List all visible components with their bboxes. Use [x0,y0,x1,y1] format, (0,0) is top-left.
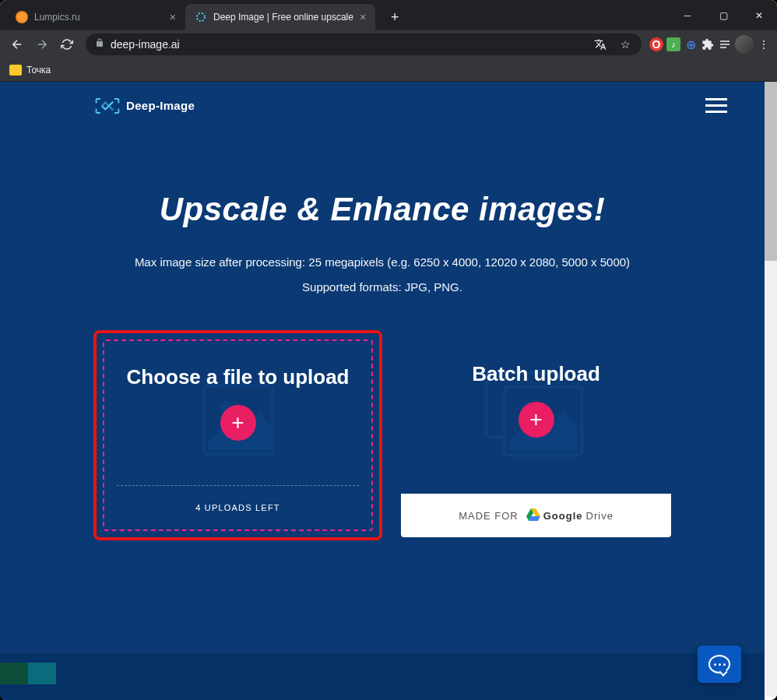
maximize-button[interactable]: ▢ [705,0,741,30]
favicon-lumpics [16,11,28,23]
profile-avatar[interactable] [735,35,754,54]
site-header: Deep-Image [0,82,765,128]
drive-text: Drive [586,510,614,522]
forward-button[interactable] [31,33,53,55]
scroll-thumb[interactable] [765,82,777,261]
tab-deepimage[interactable]: Deep Image | Free online upscale × [185,4,375,30]
favicon-deepimage [195,11,207,23]
footer-band [0,653,765,700]
logo[interactable]: Deep-Image [93,96,195,114]
bookmark-label: Точка [26,65,51,76]
tab-title: Deep Image | Free online upscale [213,12,353,23]
extension-globe[interactable]: ⊕ [684,37,698,51]
extensions-icon[interactable] [701,37,715,51]
google-drive-logo: Google Drive [526,508,614,523]
close-icon[interactable]: × [360,11,366,23]
page-content: Deep-Image Upscale & Enhance images! Max… [0,82,765,700]
upload-row: Choose a file to upload + 4 UPLOADS LEFT… [0,330,765,540]
tab-title: Lumpics.ru [34,12,163,23]
google-text: Google [543,510,583,522]
close-window-button[interactable]: ✕ [741,0,777,30]
extension-music[interactable]: ♪ [666,37,680,51]
batch-upload-title: Batch upload [417,361,656,388]
made-for-label: MADE FOR [459,510,519,522]
viewport: Deep-Image Upscale & Enhance images! Max… [0,82,777,700]
plus-icon[interactable]: + [220,405,256,441]
add-tab-button[interactable]: + [385,4,406,30]
menu-hamburger-icon[interactable] [699,92,733,119]
single-upload-card[interactable]: Choose a file to upload + 4 UPLOADS LEFT [93,330,382,540]
back-button[interactable] [6,33,28,55]
scrollbar[interactable] [765,82,777,697]
hero-subtitle-2: Supported formats: JPG, PNG. [31,275,733,300]
drive-triangle-icon [526,508,540,523]
single-upload-title: Choose a file to upload [120,364,356,391]
batch-footer: MADE FOR Google Drive [401,494,671,537]
bookmark-tochka[interactable]: Точка [9,65,51,76]
minimize-button[interactable]: ─ [670,0,705,30]
logo-text: Deep-Image [126,99,195,112]
chat-icon [708,655,730,674]
hero-subtitle-1: Max image size after processing: 25 mega… [31,250,733,275]
media-icon[interactable] [718,37,732,51]
url-text: deep-image.ai [111,38,593,51]
deco-blocks [0,663,84,700]
tab-lumpics[interactable]: Lumpics.ru × [6,4,185,30]
extension-opera[interactable]: O [649,37,663,51]
hero-section: Upscale & Enhance images! Max image size… [0,128,765,330]
lock-icon [95,37,104,51]
uploads-left-label: 4 UPLOADS LEFT [104,503,371,512]
svg-point-0 [197,13,205,21]
batch-upload-card[interactable]: Batch upload + MADE FOR Google Drive [401,330,671,537]
titlebar: Lumpics.ru × Deep Image | Free online up… [0,0,777,30]
chat-widget-button[interactable] [698,645,741,683]
folder-icon [9,65,22,76]
translate-icon[interactable] [593,37,607,51]
reload-button[interactable] [56,33,78,55]
plus-icon[interactable]: + [519,402,554,438]
page-title: Upscale & Enhance images! [31,191,733,228]
browser-window: Lumpics.ru × Deep Image | Free online up… [0,0,777,700]
menu-icon[interactable]: ⋮ [757,37,771,51]
url-input[interactable]: deep-image.ai ☆ [86,33,642,55]
star-icon[interactable]: ☆ [618,37,632,51]
logo-icon [93,96,118,114]
bookmark-bar: Точка [0,58,777,82]
address-bar: deep-image.ai ☆ O ♪ ⊕ ⋮ [0,30,777,58]
close-icon[interactable]: × [170,11,176,23]
